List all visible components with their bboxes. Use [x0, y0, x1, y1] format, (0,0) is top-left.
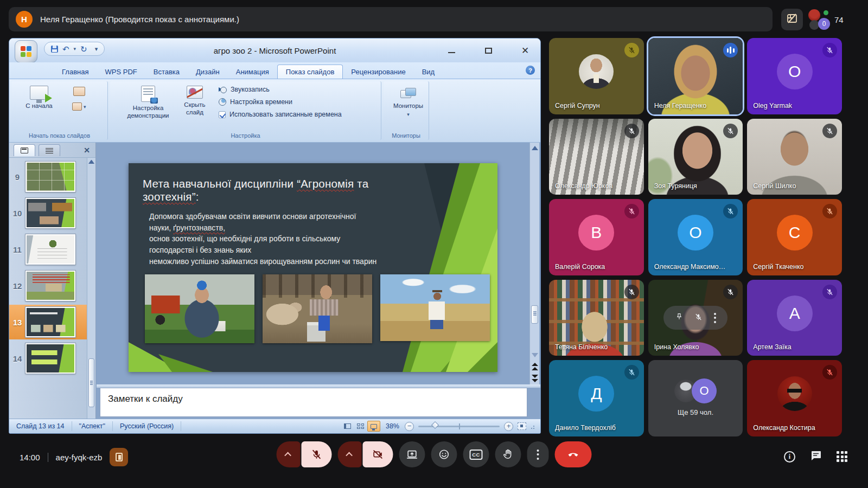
camera-options-button[interactable]: [338, 441, 362, 467]
ppt-tab[interactable]: Показ слайдов: [277, 65, 343, 79]
tab-slides[interactable]: [14, 144, 35, 156]
notes-placeholder: Заметки к слайду: [100, 388, 527, 404]
participant-tile[interactable]: Зоя Туряниця: [648, 119, 743, 195]
save-icon[interactable]: [51, 46, 58, 53]
tiled-view-off-button[interactable]: [781, 9, 803, 30]
slide-sorter-view-button[interactable]: [354, 421, 367, 432]
customize-qat-icon[interactable]: ▾: [95, 46, 98, 53]
record-narration-button[interactable]: Звукозапись: [219, 86, 342, 93]
ppt-tab[interactable]: Анимация: [228, 65, 277, 79]
next-slide-button[interactable]: [532, 374, 538, 381]
slideshow-view-button[interactable]: [367, 421, 380, 432]
maximize-button[interactable]: [481, 44, 496, 57]
participant-tile[interactable]: Олександр Юрков: [549, 119, 644, 195]
participants-button[interactable]: 0 74: [808, 9, 844, 30]
notes-pane[interactable]: Заметки к слайду: [100, 388, 527, 417]
mic-toggle-button[interactable]: [302, 441, 332, 467]
mic-options-button[interactable]: [277, 441, 301, 467]
ppt-tab[interactable]: Вставка: [145, 65, 188, 79]
participant-tile[interactable]: Сергій Шилко: [747, 119, 842, 195]
slide-thumbnail-14[interactable]: 14: [9, 341, 87, 376]
meeting-details-button[interactable]: i: [784, 451, 795, 463]
office-button[interactable]: [15, 40, 37, 63]
custom-slideshow-button[interactable]: ▾: [72, 102, 86, 111]
zoom-out-button[interactable]: −: [405, 422, 414, 431]
thumbnail-preview[interactable]: [25, 162, 75, 192]
activities-button[interactable]: [837, 451, 847, 462]
ppt-tab[interactable]: Вид: [414, 65, 443, 79]
zoom-in-button[interactable]: +: [504, 422, 513, 431]
scroll-down-icon[interactable]: [532, 353, 538, 357]
participant-tile[interactable]: Ірина Холявко: [648, 280, 743, 356]
camera-toggle-button[interactable]: [363, 441, 393, 467]
participant-tile[interactable]: ОЩе 59 чол.: [648, 360, 743, 436]
zoom-slider-handle[interactable]: [431, 421, 439, 428]
ppt-tab[interactable]: Рецензирование: [343, 65, 413, 79]
participant-tile[interactable]: Олександр Костира: [747, 360, 842, 436]
undo-icon[interactable]: ↶: [62, 45, 69, 53]
scroll-up-icon[interactable]: [532, 146, 538, 150]
chat-button[interactable]: [809, 449, 822, 464]
participant-tile[interactable]: OOleg Yarmak: [747, 38, 842, 114]
monitors-button[interactable]: Мониторы ▾: [393, 86, 423, 118]
raise-hand-button[interactable]: [495, 441, 521, 467]
previous-slide-button[interactable]: [532, 363, 538, 370]
help-button[interactable]: ?: [526, 66, 535, 75]
participant-tile[interactable]: ВВалерій Сорока: [549, 199, 644, 275]
thumbnail-preview[interactable]: [25, 234, 75, 265]
participant-tile[interactable]: ООлександр Максимо…: [648, 199, 743, 275]
thumbnail-preview[interactable]: [25, 271, 75, 301]
from-beginning-button[interactable]: С начала: [23, 86, 55, 110]
close-button[interactable]: ✕: [518, 44, 533, 57]
rehearse-timings-button[interactable]: Настройка времени: [219, 98, 342, 106]
reactions-button[interactable]: [431, 441, 457, 467]
captions-button[interactable]: CC: [463, 441, 489, 467]
ppt-tab[interactable]: Главная: [54, 65, 97, 79]
tab-outline[interactable]: [39, 144, 60, 156]
thumbnail-preview[interactable]: [25, 307, 75, 337]
participant-tile[interactable]: Сергій Супрун: [549, 38, 644, 114]
thumbnail-preview[interactable]: [25, 198, 75, 228]
slide-thumbnail-13[interactable]: 13: [9, 305, 87, 339]
from-current-slide-button[interactable]: [73, 87, 85, 96]
meeting-room-button[interactable]: [110, 448, 128, 466]
thumbnail-preview[interactable]: [25, 343, 75, 374]
ppt-tab[interactable]: WPS PDF: [97, 65, 145, 79]
thumbnail-scrollbar[interactable]: [87, 158, 95, 420]
close-pane-icon[interactable]: ✕: [84, 146, 90, 155]
fit-to-window-button[interactable]: [518, 422, 526, 430]
participant-tile[interactable]: Неля Геращенко: [648, 38, 743, 114]
checkbox-checked-icon[interactable]: [219, 111, 226, 118]
normal-view-button[interactable]: [341, 421, 354, 432]
undo-dropdown-icon[interactable]: ▾: [74, 46, 76, 52]
slide-thumbnail-10[interactable]: 10: [9, 196, 87, 230]
leave-call-button[interactable]: [555, 441, 592, 467]
language-indicator[interactable]: Русский (Россия): [113, 421, 181, 431]
zoom-slider[interactable]: [418, 426, 500, 427]
ppt-tab[interactable]: Дизайн: [188, 65, 228, 79]
slide-canvas[interactable]: Мета навчальної дисципліни “Агрономія та…: [129, 163, 497, 372]
slide-scrollbar[interactable]: [529, 143, 539, 384]
participant-tile[interactable]: ДДанило Твердохліб: [549, 360, 644, 436]
participant-tile[interactable]: ССергій Ткаченко: [747, 199, 842, 275]
theme-name[interactable]: "Аспект": [72, 421, 113, 431]
slide-thumbnail-11[interactable]: 11: [9, 232, 87, 267]
setup-slideshow-button[interactable]: Настройка демонстрации: [122, 86, 174, 120]
slide-thumbnail-12[interactable]: 12: [9, 268, 87, 303]
slide-thumbnail-9[interactable]: 9: [9, 159, 87, 194]
present-button[interactable]: [399, 441, 425, 467]
scroll-up-icon[interactable]: [88, 160, 94, 164]
participant-tile[interactable]: Тетяна Біліченко: [549, 280, 644, 356]
redo-icon[interactable]: ↻: [80, 45, 87, 53]
participant-tile[interactable]: ААртем Заїка: [747, 280, 842, 356]
use-timings-checkbox-row[interactable]: Использовать записанные времена: [219, 111, 342, 118]
resize-grip[interactable]: [531, 423, 536, 429]
more-options-button[interactable]: [527, 441, 549, 467]
minimize-button[interactable]: [444, 44, 459, 57]
scrollbar-thumb[interactable]: [88, 358, 94, 407]
tile-more-icon[interactable]: [714, 313, 716, 323]
mute-icon[interactable]: [694, 313, 703, 323]
scrollbar-thumb[interactable]: [531, 305, 538, 324]
hide-slide-button[interactable]: Скрыть слайд: [180, 86, 210, 117]
pin-icon[interactable]: [675, 312, 684, 323]
